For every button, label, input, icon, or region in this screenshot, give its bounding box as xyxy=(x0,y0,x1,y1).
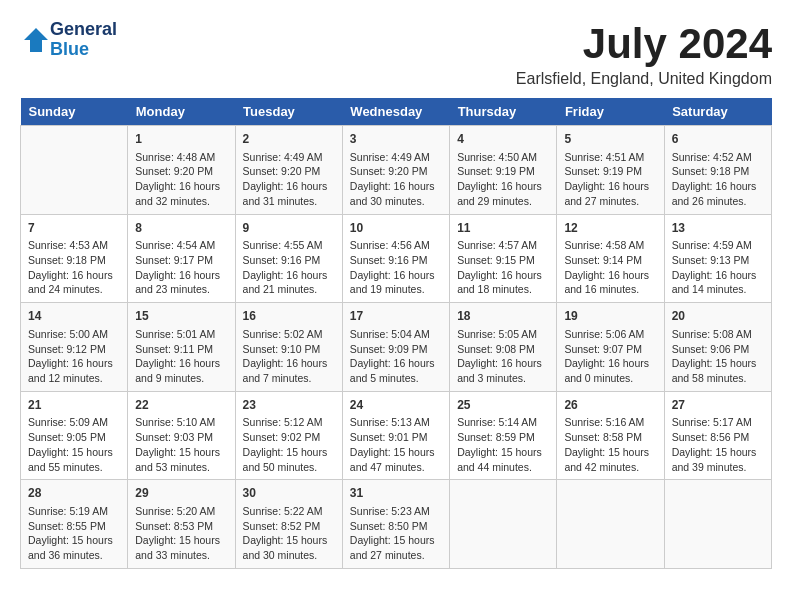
day-info: Sunrise: 5:22 AM Sunset: 8:52 PM Dayligh… xyxy=(243,504,335,563)
day-header-sunday: Sunday xyxy=(21,98,128,126)
day-info: Sunrise: 5:23 AM Sunset: 8:50 PM Dayligh… xyxy=(350,504,442,563)
calendar-cell: 29Sunrise: 5:20 AM Sunset: 8:53 PM Dayli… xyxy=(128,480,235,569)
calendar-cell: 6Sunrise: 4:52 AM Sunset: 9:18 PM Daylig… xyxy=(664,126,771,215)
calendar-cell: 7Sunrise: 4:53 AM Sunset: 9:18 PM Daylig… xyxy=(21,214,128,303)
day-number: 3 xyxy=(350,131,442,148)
day-number: 4 xyxy=(457,131,549,148)
calendar-cell: 18Sunrise: 5:05 AM Sunset: 9:08 PM Dayli… xyxy=(450,303,557,392)
day-header-tuesday: Tuesday xyxy=(235,98,342,126)
day-number: 29 xyxy=(135,485,227,502)
calendar-cell: 27Sunrise: 5:17 AM Sunset: 8:56 PM Dayli… xyxy=(664,391,771,480)
day-number: 31 xyxy=(350,485,442,502)
calendar-cell xyxy=(450,480,557,569)
day-info: Sunrise: 4:51 AM Sunset: 9:19 PM Dayligh… xyxy=(564,150,656,209)
day-info: Sunrise: 4:56 AM Sunset: 9:16 PM Dayligh… xyxy=(350,238,442,297)
day-info: Sunrise: 4:50 AM Sunset: 9:19 PM Dayligh… xyxy=(457,150,549,209)
day-number: 21 xyxy=(28,397,120,414)
day-info: Sunrise: 5:09 AM Sunset: 9:05 PM Dayligh… xyxy=(28,415,120,474)
day-number: 17 xyxy=(350,308,442,325)
day-info: Sunrise: 5:00 AM Sunset: 9:12 PM Dayligh… xyxy=(28,327,120,386)
day-header-friday: Friday xyxy=(557,98,664,126)
calendar-cell: 4Sunrise: 4:50 AM Sunset: 9:19 PM Daylig… xyxy=(450,126,557,215)
day-number: 1 xyxy=(135,131,227,148)
calendar-cell xyxy=(557,480,664,569)
title-block: July 2024 Earlsfield, England, United Ki… xyxy=(516,20,772,88)
day-number: 6 xyxy=(672,131,764,148)
logo-icon xyxy=(22,26,50,54)
day-info: Sunrise: 5:20 AM Sunset: 8:53 PM Dayligh… xyxy=(135,504,227,563)
week-row-2: 7Sunrise: 4:53 AM Sunset: 9:18 PM Daylig… xyxy=(21,214,772,303)
page-header: General Blue July 2024 Earlsfield, Engla… xyxy=(20,20,772,88)
day-number: 13 xyxy=(672,220,764,237)
week-row-4: 21Sunrise: 5:09 AM Sunset: 9:05 PM Dayli… xyxy=(21,391,772,480)
calendar-cell: 19Sunrise: 5:06 AM Sunset: 9:07 PM Dayli… xyxy=(557,303,664,392)
day-info: Sunrise: 4:48 AM Sunset: 9:20 PM Dayligh… xyxy=(135,150,227,209)
day-number: 2 xyxy=(243,131,335,148)
day-number: 25 xyxy=(457,397,549,414)
day-info: Sunrise: 4:49 AM Sunset: 9:20 PM Dayligh… xyxy=(243,150,335,209)
day-number: 23 xyxy=(243,397,335,414)
calendar-cell: 14Sunrise: 5:00 AM Sunset: 9:12 PM Dayli… xyxy=(21,303,128,392)
calendar-cell: 12Sunrise: 4:58 AM Sunset: 9:14 PM Dayli… xyxy=(557,214,664,303)
day-info: Sunrise: 5:17 AM Sunset: 8:56 PM Dayligh… xyxy=(672,415,764,474)
day-number: 14 xyxy=(28,308,120,325)
week-row-3: 14Sunrise: 5:00 AM Sunset: 9:12 PM Dayli… xyxy=(21,303,772,392)
day-number: 16 xyxy=(243,308,335,325)
day-info: Sunrise: 5:13 AM Sunset: 9:01 PM Dayligh… xyxy=(350,415,442,474)
day-info: Sunrise: 4:55 AM Sunset: 9:16 PM Dayligh… xyxy=(243,238,335,297)
calendar-cell: 28Sunrise: 5:19 AM Sunset: 8:55 PM Dayli… xyxy=(21,480,128,569)
day-info: Sunrise: 4:58 AM Sunset: 9:14 PM Dayligh… xyxy=(564,238,656,297)
day-info: Sunrise: 5:05 AM Sunset: 9:08 PM Dayligh… xyxy=(457,327,549,386)
calendar-cell: 26Sunrise: 5:16 AM Sunset: 8:58 PM Dayli… xyxy=(557,391,664,480)
calendar-cell: 20Sunrise: 5:08 AM Sunset: 9:06 PM Dayli… xyxy=(664,303,771,392)
day-header-thursday: Thursday xyxy=(450,98,557,126)
calendar-cell: 23Sunrise: 5:12 AM Sunset: 9:02 PM Dayli… xyxy=(235,391,342,480)
calendar-cell: 8Sunrise: 4:54 AM Sunset: 9:17 PM Daylig… xyxy=(128,214,235,303)
day-info: Sunrise: 4:52 AM Sunset: 9:18 PM Dayligh… xyxy=(672,150,764,209)
day-info: Sunrise: 4:54 AM Sunset: 9:17 PM Dayligh… xyxy=(135,238,227,297)
week-row-1: 1Sunrise: 4:48 AM Sunset: 9:20 PM Daylig… xyxy=(21,126,772,215)
location: Earlsfield, England, United Kingdom xyxy=(516,70,772,88)
calendar-cell: 2Sunrise: 4:49 AM Sunset: 9:20 PM Daylig… xyxy=(235,126,342,215)
day-info: Sunrise: 5:16 AM Sunset: 8:58 PM Dayligh… xyxy=(564,415,656,474)
calendar-cell: 11Sunrise: 4:57 AM Sunset: 9:15 PM Dayli… xyxy=(450,214,557,303)
days-header-row: SundayMondayTuesdayWednesdayThursdayFrid… xyxy=(21,98,772,126)
day-header-saturday: Saturday xyxy=(664,98,771,126)
day-info: Sunrise: 4:49 AM Sunset: 9:20 PM Dayligh… xyxy=(350,150,442,209)
day-info: Sunrise: 5:06 AM Sunset: 9:07 PM Dayligh… xyxy=(564,327,656,386)
day-number: 8 xyxy=(135,220,227,237)
calendar-cell: 31Sunrise: 5:23 AM Sunset: 8:50 PM Dayli… xyxy=(342,480,449,569)
day-number: 11 xyxy=(457,220,549,237)
day-number: 15 xyxy=(135,308,227,325)
day-info: Sunrise: 5:10 AM Sunset: 9:03 PM Dayligh… xyxy=(135,415,227,474)
day-number: 10 xyxy=(350,220,442,237)
calendar-cell: 10Sunrise: 4:56 AM Sunset: 9:16 PM Dayli… xyxy=(342,214,449,303)
day-number: 12 xyxy=(564,220,656,237)
day-header-monday: Monday xyxy=(128,98,235,126)
day-info: Sunrise: 5:04 AM Sunset: 9:09 PM Dayligh… xyxy=(350,327,442,386)
calendar-cell: 15Sunrise: 5:01 AM Sunset: 9:11 PM Dayli… xyxy=(128,303,235,392)
calendar-cell: 9Sunrise: 4:55 AM Sunset: 9:16 PM Daylig… xyxy=(235,214,342,303)
logo: General Blue xyxy=(20,20,117,60)
day-number: 24 xyxy=(350,397,442,414)
calendar-cell: 22Sunrise: 5:10 AM Sunset: 9:03 PM Dayli… xyxy=(128,391,235,480)
day-number: 22 xyxy=(135,397,227,414)
calendar-table: SundayMondayTuesdayWednesdayThursdayFrid… xyxy=(20,98,772,569)
day-number: 30 xyxy=(243,485,335,502)
day-info: Sunrise: 5:08 AM Sunset: 9:06 PM Dayligh… xyxy=(672,327,764,386)
day-info: Sunrise: 5:14 AM Sunset: 8:59 PM Dayligh… xyxy=(457,415,549,474)
day-info: Sunrise: 4:53 AM Sunset: 9:18 PM Dayligh… xyxy=(28,238,120,297)
day-number: 28 xyxy=(28,485,120,502)
calendar-cell: 24Sunrise: 5:13 AM Sunset: 9:01 PM Dayli… xyxy=(342,391,449,480)
calendar-cell: 17Sunrise: 5:04 AM Sunset: 9:09 PM Dayli… xyxy=(342,303,449,392)
day-info: Sunrise: 5:01 AM Sunset: 9:11 PM Dayligh… xyxy=(135,327,227,386)
day-number: 5 xyxy=(564,131,656,148)
calendar-cell: 3Sunrise: 4:49 AM Sunset: 9:20 PM Daylig… xyxy=(342,126,449,215)
calendar-cell: 21Sunrise: 5:09 AM Sunset: 9:05 PM Dayli… xyxy=(21,391,128,480)
day-info: Sunrise: 4:59 AM Sunset: 9:13 PM Dayligh… xyxy=(672,238,764,297)
day-number: 18 xyxy=(457,308,549,325)
day-info: Sunrise: 5:12 AM Sunset: 9:02 PM Dayligh… xyxy=(243,415,335,474)
calendar-cell: 16Sunrise: 5:02 AM Sunset: 9:10 PM Dayli… xyxy=(235,303,342,392)
calendar-cell: 25Sunrise: 5:14 AM Sunset: 8:59 PM Dayli… xyxy=(450,391,557,480)
day-info: Sunrise: 5:02 AM Sunset: 9:10 PM Dayligh… xyxy=(243,327,335,386)
